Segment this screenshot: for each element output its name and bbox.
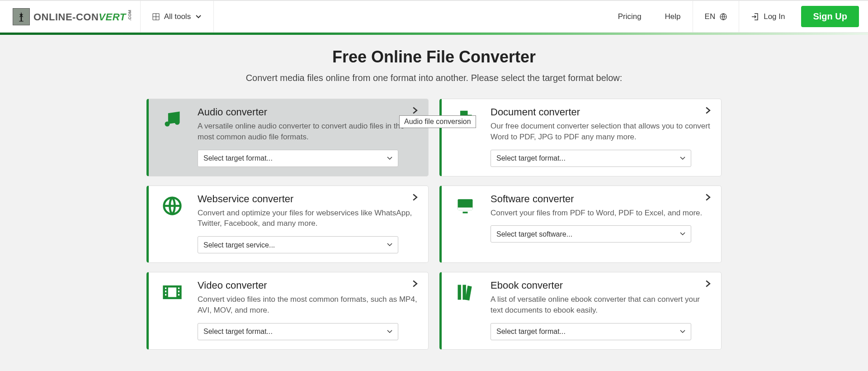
nav-language[interactable]: EN — [693, 1, 740, 32]
card-desc: Convert your files from PDF to Word, PDF… — [491, 208, 711, 219]
globe-icon — [720, 13, 727, 20]
grid-icon — [152, 13, 160, 20]
card-desc: Convert and optimize your files for webs… — [198, 208, 418, 229]
svg-rect-7 — [463, 285, 466, 300]
select-target-service[interactable]: Select target service... — [198, 236, 398, 253]
signup-button[interactable]: Sign Up — [801, 6, 859, 27]
nav-help[interactable]: Help — [653, 1, 693, 32]
chevron-right-icon[interactable] — [704, 280, 712, 288]
chevron-right-icon[interactable] — [704, 193, 712, 201]
select-target-format[interactable]: Select target format... — [491, 150, 691, 167]
select-target-format[interactable]: Select target format... — [491, 323, 691, 340]
page-subtitle: Convert media files online from one form… — [0, 73, 868, 83]
logo-icon — [13, 8, 30, 25]
books-icon — [452, 280, 479, 340]
nav-login[interactable]: Log In — [739, 1, 797, 32]
logo-text-1: ONLINE- — [33, 11, 76, 23]
svg-rect-3 — [458, 207, 473, 210]
nav-all-tools[interactable]: All tools — [141, 1, 214, 32]
card-title: Video converter — [198, 280, 418, 291]
navbar: ONLINE- CON VERT .COM All tools Pricing … — [0, 1, 868, 33]
tooltip: Audio file conversion — [399, 115, 476, 128]
globe-icon — [159, 193, 186, 254]
card-title: Ebook converter — [491, 280, 711, 291]
select-target-software[interactable]: Select target software... — [491, 225, 691, 243]
nav-all-tools-label: All tools — [164, 12, 191, 21]
logo-text-2: CON — [76, 11, 99, 23]
chevron-right-icon[interactable] — [411, 193, 419, 201]
logo-text-3: VERT — [99, 11, 126, 23]
nav-pricing[interactable]: Pricing — [606, 1, 653, 32]
music-icon — [159, 106, 186, 167]
card-video-converter[interactable]: Video converter Convert video files into… — [146, 272, 429, 350]
card-desc: Convert video files into the most common… — [198, 294, 418, 316]
select-target-format[interactable]: Select target format... — [198, 323, 398, 340]
card-audio-converter[interactable]: Audio file conversion Audio converter A … — [146, 99, 429, 176]
chevron-right-icon[interactable] — [411, 280, 419, 288]
logo[interactable]: ONLINE- CON VERT .COM — [0, 1, 141, 32]
card-webservice-converter[interactable]: Webservice converter Convert and optimiz… — [146, 186, 429, 263]
card-software-converter[interactable]: Software converter Convert your files fr… — [439, 186, 722, 263]
card-desc: A list of versatile online ebook convert… — [491, 294, 711, 316]
chevron-right-icon[interactable] — [704, 106, 712, 114]
card-title: Webservice converter — [198, 193, 418, 205]
film-icon — [159, 280, 186, 340]
card-title: Audio converter — [198, 106, 418, 118]
page-title: Free Online File Converter — [0, 48, 868, 67]
select-target-format[interactable]: Select target format... — [198, 150, 398, 167]
card-desc: Our free document converter selection th… — [491, 121, 711, 143]
converter-grid: Audio file conversion Audio converter A … — [146, 99, 722, 350]
card-ebook-converter[interactable]: Ebook converter A list of versatile onli… — [439, 272, 722, 350]
svg-rect-4 — [463, 211, 468, 213]
card-desc: A versatile online audio converter to co… — [198, 121, 418, 143]
logo-text-4: .COM — [127, 10, 132, 21]
chevron-right-icon[interactable] — [411, 106, 419, 114]
nav-lang-label: EN — [705, 12, 716, 21]
card-title: Software converter — [491, 193, 711, 205]
chevron-down-icon — [195, 14, 202, 20]
login-icon — [751, 13, 759, 21]
monitor-icon — [452, 193, 479, 254]
nav-login-label: Log In — [764, 12, 785, 21]
card-title: Document converter — [491, 106, 711, 118]
card-document-converter[interactable]: Document converter Our free document con… — [439, 99, 722, 176]
svg-rect-6 — [458, 285, 461, 300]
